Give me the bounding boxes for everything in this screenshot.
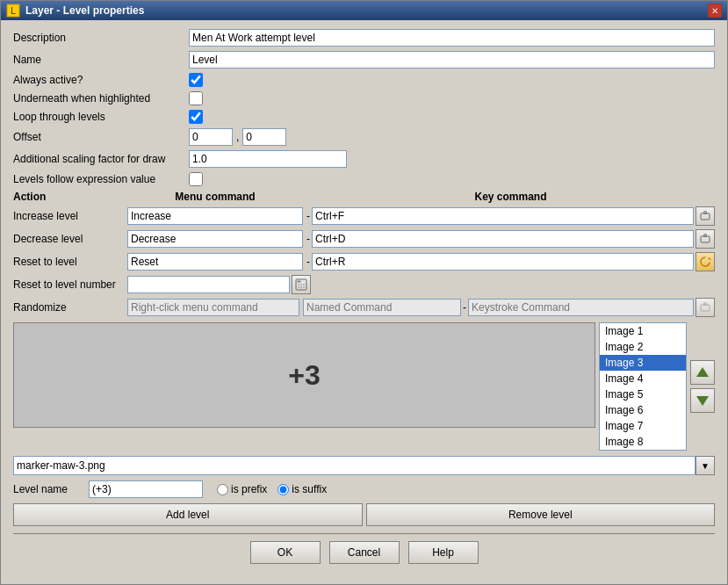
- content-area: Description Name Always active? Undernea…: [1, 20, 727, 584]
- key-col-header: Key command: [306, 191, 715, 203]
- loop-checkbox[interactable]: [189, 110, 203, 124]
- preview-value: +3: [288, 359, 320, 392]
- randomize-named-input[interactable]: [303, 299, 461, 316]
- svg-marker-16: [696, 367, 709, 377]
- svg-point-12: [300, 286, 302, 288]
- decrease-key-btn[interactable]: [696, 229, 715, 249]
- reset-key-group: -: [306, 252, 715, 271]
- help-button[interactable]: Help: [408, 541, 479, 564]
- dialog-divider: [13, 533, 715, 534]
- reset-key-input[interactable]: [312, 253, 694, 271]
- window-icon: L: [6, 4, 20, 18]
- image-item-2[interactable]: Image 2: [600, 339, 686, 355]
- window-title: Layer - Level properties: [25, 4, 144, 17]
- offset-x-input[interactable]: [189, 128, 233, 146]
- rotate-icon: [699, 256, 711, 268]
- image-item-8[interactable]: Image 8: [600, 434, 686, 450]
- offset-row: Offset ,: [13, 128, 715, 146]
- scaling-input[interactable]: [189, 150, 347, 168]
- main-window: L Layer - Level properties ✕ Description…: [0, 0, 728, 585]
- underneath-checkbox[interactable]: [189, 91, 203, 105]
- svg-rect-4: [701, 236, 710, 242]
- level-name-input[interactable]: [89, 480, 203, 498]
- increase-label: Increase level: [13, 210, 127, 222]
- svg-point-8: [298, 284, 299, 285]
- svg-point-13: [303, 286, 305, 288]
- svg-text:L: L: [11, 6, 16, 16]
- scaling-label: Additional scaling factor for draw: [13, 153, 189, 165]
- add-remove-row: Add level Remove level: [13, 503, 715, 526]
- randomize-key-btn[interactable]: [696, 298, 715, 317]
- arrow-down-icon: [695, 393, 710, 408]
- preview-box: +3: [13, 322, 595, 428]
- image-item-3[interactable]: Image 3: [600, 355, 686, 371]
- decrease-row: Decrease level -: [13, 229, 715, 249]
- randomize-label: Randomize: [13, 301, 127, 314]
- levels-expr-checkbox[interactable]: [189, 172, 203, 186]
- description-label: Description: [13, 32, 189, 44]
- image-list[interactable]: Image 1 Image 2 Image 3 Image 4 Image 5 …: [599, 322, 687, 451]
- title-bar: L Layer - Level properties ✕: [1, 1, 727, 20]
- image-item-1[interactable]: Image 1: [600, 323, 686, 339]
- reset-minus: -: [306, 256, 310, 268]
- name-input[interactable]: [189, 51, 715, 69]
- title-bar-left: L Layer - Level properties: [6, 4, 144, 18]
- image-down-button[interactable]: [690, 388, 715, 413]
- svg-rect-14: [701, 305, 710, 311]
- ok-button[interactable]: OK: [250, 541, 321, 564]
- calc-button[interactable]: [292, 275, 311, 294]
- always-active-checkbox[interactable]: [189, 73, 203, 87]
- image-item-6[interactable]: Image 6: [600, 402, 686, 418]
- prefix-text: is prefix: [231, 483, 267, 495]
- decrease-key-group: -: [306, 229, 715, 249]
- cancel-button[interactable]: Cancel: [329, 541, 400, 564]
- add-level-button[interactable]: Add level: [13, 503, 363, 526]
- decrease-key-input[interactable]: [312, 230, 694, 248]
- reset-key-btn[interactable]: [696, 252, 715, 271]
- svg-rect-2: [701, 213, 710, 220]
- close-button[interactable]: ✕: [708, 4, 722, 18]
- image-item-7[interactable]: Image 7: [600, 418, 686, 434]
- decrease-menu-input[interactable]: [127, 230, 303, 248]
- calculator-icon: [295, 278, 307, 291]
- increase-key-btn[interactable]: [696, 206, 715, 226]
- file-dropdown-button[interactable]: ▼: [696, 456, 715, 475]
- remove-level-button[interactable]: Remove level: [366, 503, 716, 526]
- offset-y-input[interactable]: [242, 128, 286, 146]
- increase-minus: -: [306, 210, 310, 222]
- underneath-row: Underneath when highlighted: [13, 91, 715, 105]
- randomize-row: Randomize -: [13, 298, 715, 317]
- suffix-radio[interactable]: [278, 484, 289, 495]
- action-col-header: Action: [13, 191, 127, 203]
- decrease-minus: -: [306, 233, 310, 245]
- image-item-4[interactable]: Image 4: [600, 371, 686, 386]
- description-input[interactable]: [189, 29, 715, 47]
- radio-group: is prefix is suffix: [217, 483, 327, 495]
- reset-number-label: Reset to level number: [13, 278, 127, 291]
- menu-col-header: Menu command: [127, 191, 303, 203]
- file-select-input[interactable]: [13, 456, 696, 475]
- offset-inputs: ,: [189, 128, 286, 146]
- svg-point-10: [303, 284, 305, 285]
- always-active-label: Always active?: [13, 74, 189, 86]
- key-icon2: [700, 234, 710, 244]
- increase-key-input[interactable]: [312, 207, 694, 225]
- action-header: Action Menu command Key command: [13, 191, 715, 203]
- prefix-radio[interactable]: [217, 484, 228, 495]
- randomize-key-input[interactable]: [468, 299, 694, 316]
- scaling-row: Additional scaling factor for draw: [13, 150, 715, 168]
- reset-number-input[interactable]: [127, 276, 290, 293]
- description-row: Description: [13, 29, 715, 47]
- increase-key-group: -: [306, 206, 715, 226]
- image-item-5[interactable]: Image 5: [600, 386, 686, 402]
- image-up-button[interactable]: [690, 360, 715, 385]
- name-label: Name: [13, 54, 189, 66]
- arrow-up-icon: [695, 365, 710, 380]
- randomize-cmd-input[interactable]: [127, 299, 299, 316]
- reset-menu-input[interactable]: [127, 253, 303, 271]
- decrease-label: Decrease level: [13, 233, 127, 245]
- randomize-minus: -: [463, 301, 466, 314]
- always-active-row: Always active?: [13, 73, 715, 87]
- svg-point-3: [704, 212, 707, 214]
- increase-menu-input[interactable]: [127, 207, 303, 225]
